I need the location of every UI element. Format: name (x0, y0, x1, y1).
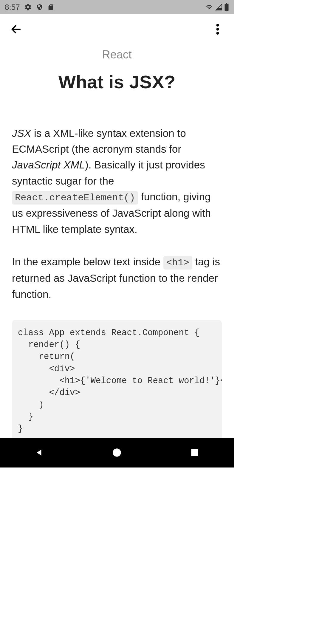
status-bar: 8:57 (0, 0, 234, 14)
svg-rect-5 (191, 449, 198, 456)
nav-triangle-back-icon (35, 448, 44, 457)
paragraph-2: In the example below text inside <h1> ta… (12, 254, 222, 302)
para1-em2: JavaScript XML (12, 159, 85, 171)
signal-icon (215, 4, 222, 11)
para1-em1: JSX (12, 127, 31, 139)
para1-t1: is a XML-like syntax extension to ECMASc… (12, 127, 186, 155)
svg-point-2 (216, 28, 219, 31)
nav-recent-button[interactable] (186, 444, 204, 462)
svg-point-4 (113, 448, 121, 457)
code-block: class App extends React.Component { rend… (12, 320, 222, 442)
battery-icon (224, 3, 229, 11)
category-label: React (12, 48, 222, 61)
content: React What is JSX? JSX is a XML-like syn… (0, 48, 234, 442)
svg-point-3 (216, 32, 219, 35)
navigation-bar (0, 438, 234, 467)
svg-point-1 (216, 24, 219, 27)
inline-code-1: React.createElement() (12, 191, 138, 205)
wifi-icon (205, 4, 213, 10)
arrow-left-icon (10, 23, 22, 35)
status-right (205, 3, 229, 11)
para2-t1: In the example below text inside (12, 256, 163, 267)
sd-card-icon (47, 3, 54, 11)
nav-circle-home-icon (112, 448, 121, 457)
nav-back-button[interactable] (30, 444, 48, 462)
paragraph-1: JSX is a XML-like syntax extension to EC… (12, 125, 222, 237)
app-bar (0, 14, 234, 44)
status-left: 8:57 (5, 3, 54, 12)
back-button[interactable] (9, 22, 23, 36)
nav-square-recent-icon (191, 448, 199, 457)
shield-icon (36, 4, 43, 11)
more-vert-icon (216, 24, 219, 35)
gear-icon (24, 3, 32, 11)
inline-code-2: <h1> (163, 256, 192, 270)
status-time: 8:57 (5, 3, 20, 12)
nav-home-button[interactable] (108, 444, 126, 462)
more-options-button[interactable] (210, 22, 225, 36)
page-title: What is JSX? (12, 71, 222, 92)
